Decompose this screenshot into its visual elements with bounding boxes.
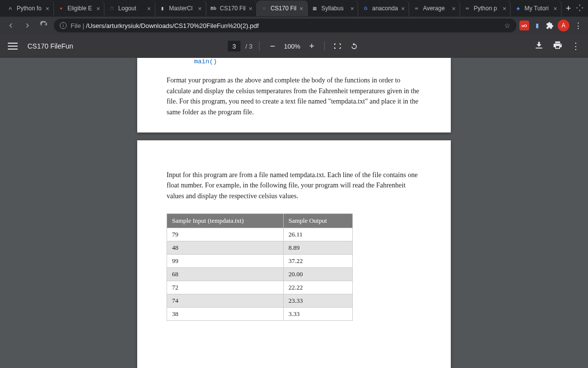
close-icon[interactable]: × (350, 5, 354, 12)
pdf-sidebar-toggle[interactable] (8, 43, 18, 50)
tab-title: Eligible E (68, 5, 94, 12)
code-snippet: main() (194, 58, 421, 65)
divider (324, 42, 325, 51)
close-icon[interactable]: × (46, 5, 49, 12)
zoom-out-button[interactable]: − (267, 40, 278, 52)
extension-ublock-icon[interactable]: uO (519, 21, 529, 30)
tab-favicon: □ (108, 5, 115, 12)
zoom-in-button[interactable]: + (306, 40, 318, 52)
pdf-menu-button[interactable]: ⋮ (571, 41, 580, 52)
table-cell: 37.22 (283, 254, 352, 267)
table-row: 383.33 (167, 307, 353, 320)
url-text: File | /Users/arturkrysiuk/Downloads/CS1… (71, 22, 500, 29)
reload-button[interactable] (37, 19, 51, 32)
browser-tab[interactable]: ◆My Tutori× (511, 0, 562, 16)
pdf-page-total: / 3 (245, 43, 252, 50)
table-cell: 74 (167, 294, 284, 307)
extensions-icon[interactable] (545, 21, 555, 30)
browser-menu-button[interactable]: ⋮ (572, 21, 584, 30)
tab-favicon: Bb (210, 5, 217, 12)
tab-title: Logout (118, 5, 144, 12)
browser-tab[interactable]: □Logout× (104, 0, 155, 16)
sample-io-table: Sample Input (tempdata.txt) Sample Outpu… (167, 213, 353, 321)
browser-tab[interactable]: ∞Python p× (460, 0, 511, 16)
table-cell: 38 (167, 307, 284, 320)
browser-tab[interactable]: ▮MasterCl× (155, 0, 206, 16)
close-icon[interactable]: × (401, 5, 405, 12)
close-icon[interactable]: × (198, 5, 202, 12)
close-icon[interactable]: × (452, 5, 456, 12)
close-icon[interactable]: × (553, 5, 557, 12)
table-row: 7423.33 (167, 294, 353, 307)
tab-title: Python fo (17, 5, 43, 12)
back-button[interactable] (4, 19, 18, 32)
table-cell: 22.22 (283, 281, 352, 294)
bookmark-icon[interactable]: ☆ (504, 22, 511, 29)
new-tab-button[interactable]: + (562, 1, 575, 15)
tab-favicon: ◆ (514, 5, 521, 12)
close-icon[interactable]: × (249, 5, 253, 12)
pdf-toolbar: CS170 FileFun / 3 − 100% + ⋮ (0, 34, 588, 58)
download-button[interactable] (534, 40, 544, 52)
tab-favicon: ∞ (464, 5, 471, 12)
browser-tab[interactable]: ●Eligible E× (54, 0, 105, 16)
print-button[interactable] (553, 40, 563, 52)
close-icon[interactable]: × (97, 5, 100, 12)
zoom-level: 100% (283, 43, 301, 50)
pdf-page-3: Input for this program are from a file n… (137, 140, 451, 368)
pdf-viewer[interactable]: main() Format your program as the above … (0, 58, 588, 368)
paragraph-input-desc: Input for this program are from a file n… (167, 170, 421, 202)
tab-title: Python p (474, 5, 500, 12)
pdf-page-input[interactable] (228, 41, 241, 52)
table-row: 7926.11 (167, 228, 353, 241)
tab-title: CS170 Fil (270, 5, 296, 12)
tab-favicon: ○ (261, 5, 268, 12)
tab-favicon: ▦ (312, 5, 318, 12)
table-cell: 8.89 (283, 241, 352, 254)
site-info-icon[interactable]: i (60, 22, 67, 29)
forward-button[interactable] (21, 19, 34, 32)
address-bar[interactable]: i File | /Users/arturkrysiuk/Downloads/C… (54, 19, 516, 32)
table-row: 9937.22 (167, 254, 353, 267)
browser-tab[interactable]: ○CS170 Fil× (257, 0, 308, 16)
table-row: 488.89 (167, 241, 353, 254)
browser-tab[interactable]: Ganaconda× (358, 0, 409, 16)
profile-avatar[interactable]: A (558, 20, 569, 31)
browser-tab[interactable]: BbCS170 Fil× (206, 0, 257, 16)
divider (259, 42, 260, 51)
table-row: 6820.00 (167, 267, 353, 281)
rotate-button[interactable] (348, 40, 360, 52)
close-icon[interactable]: × (299, 5, 303, 12)
table-cell: 72 (167, 281, 284, 294)
close-icon[interactable]: × (503, 5, 507, 12)
browser-tab[interactable]: ∞Average× (409, 0, 460, 16)
pdf-document-title: CS170 FileFun (27, 42, 73, 50)
tab-title: Syllabus (321, 5, 347, 12)
close-icon[interactable]: × (147, 5, 151, 12)
tab-favicon: ∞ (413, 5, 420, 12)
table-cell: 23.33 (283, 294, 352, 307)
table-cell: 99 (167, 254, 284, 267)
tab-title: anaconda (372, 5, 398, 12)
table-cell: 68 (167, 267, 284, 281)
pdf-page-2-fragment: main() Format your program as the above … (137, 58, 451, 132)
table-cell: 3.33 (283, 307, 352, 320)
tab-favicon: ● (58, 5, 65, 12)
tab-strip: APython fo×●Eligible E×□Logout×▮MasterCl… (0, 0, 588, 17)
table-cell: 48 (167, 241, 284, 254)
extension-manager-icon[interactable]: ▮ (532, 21, 542, 30)
browser-toolbar: i File | /Users/arturkrysiuk/Downloads/C… (0, 17, 588, 34)
window-controls[interactable] (575, 3, 585, 13)
tab-favicon: A (7, 5, 14, 12)
tab-title: CS170 Fil (220, 5, 246, 12)
tab-title: My Tutori (524, 5, 550, 12)
fit-page-button[interactable] (332, 40, 343, 52)
tab-favicon: ▮ (159, 5, 166, 12)
table-row: 7222.22 (167, 281, 353, 294)
table-cell: 26.11 (283, 228, 352, 241)
tab-favicon: G (362, 5, 369, 12)
tab-title: Average (423, 5, 449, 12)
table-header-output: Sample Output (283, 213, 352, 228)
browser-tab[interactable]: APython fo× (3, 0, 54, 16)
browser-tab[interactable]: ▦Syllabus× (308, 0, 359, 16)
